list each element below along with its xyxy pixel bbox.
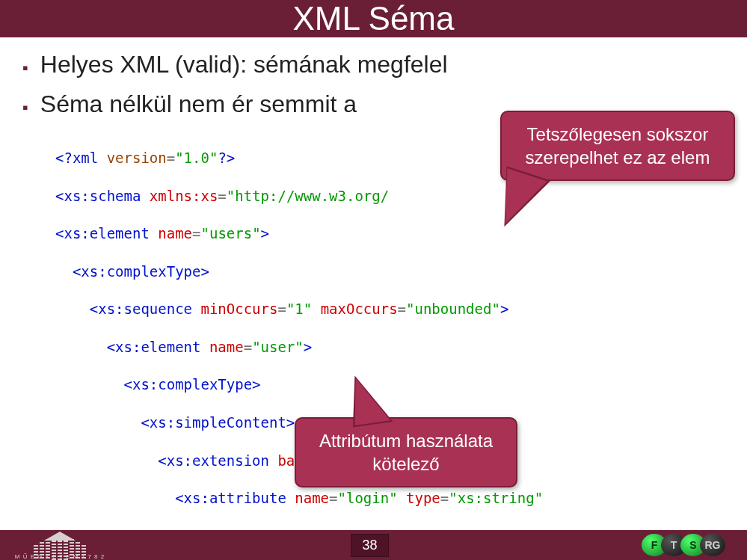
callout-attribute-required: Attribútum használata kötelező bbox=[295, 417, 517, 487]
roof-icon bbox=[44, 532, 76, 541]
bullet-1-text: Helyes XML (valid): sémának megfelel bbox=[40, 51, 448, 79]
title-bar: XML Séma bbox=[0, 0, 747, 37]
page-number: 38 bbox=[351, 534, 388, 557]
bullet-marker-icon: ▪ bbox=[22, 58, 28, 78]
bullet-marker-icon: ▪ bbox=[22, 98, 28, 117]
callout-2-line2: kötelező bbox=[308, 452, 504, 476]
university-logo: M Ű E G Y E T E M 1 7 8 2 bbox=[0, 530, 120, 560]
bullet-2-text: Séma nélkül nem ér semmit a bbox=[40, 90, 357, 118]
xml-schema-code: <?xml version="1.0"?> <xs:schema xmlns:x… bbox=[55, 130, 740, 560]
slide: XML Séma ▪ Helyes XML (valid): sémának m… bbox=[0, 0, 747, 560]
logo-letter-rg: RG bbox=[700, 534, 725, 556]
callout-2-tail bbox=[348, 375, 390, 425]
callout-element-repeat: Tetszőlegesen sokszor szerepelhet ez az … bbox=[500, 111, 735, 181]
callout-2-line1: Attribútum használata bbox=[308, 429, 504, 452]
slide-footer: M Ű E G Y E T E M 1 7 8 2 38 F T S RG bbox=[0, 530, 747, 560]
university-caption: M Ű E G Y E T E M 1 7 8 2 bbox=[0, 553, 120, 560]
bullet-1: ▪ Helyes XML (valid): sémának megfelel bbox=[22, 51, 740, 79]
callout-1-line1: Tetszőlegesen sokszor bbox=[514, 123, 722, 146]
ftsrg-logo: F T S RG bbox=[620, 534, 747, 556]
slide-title: XML Séma bbox=[292, 0, 454, 37]
callout-1-line2: szerepelhet ez az elem bbox=[514, 146, 722, 169]
